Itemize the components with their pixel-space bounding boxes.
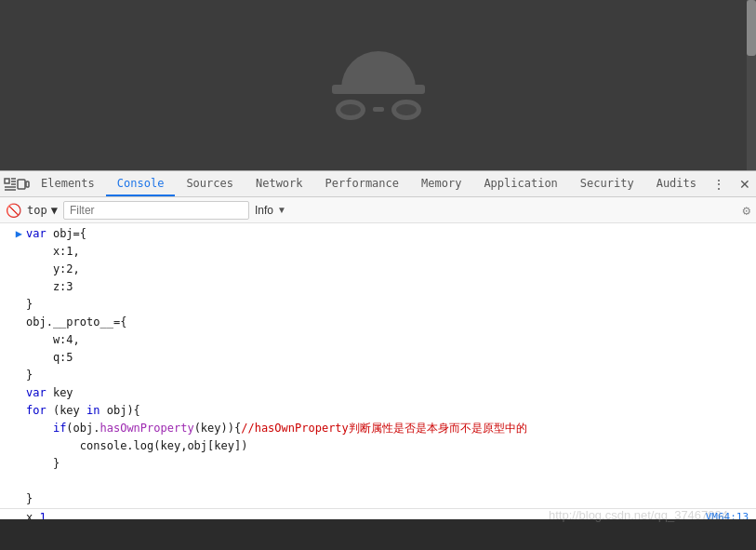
console-settings-icon[interactable]: ⚙ (743, 203, 750, 218)
console-line-14: } (0, 455, 756, 473)
console-line-6: obj.__proto__={ (0, 314, 756, 331)
console-line-15: } (0, 490, 756, 508)
line-content: x:1, (26, 244, 749, 259)
line-content: q:5 (26, 350, 749, 365)
console-line-1: ▶ var obj={ (0, 225, 756, 243)
devtools-toolbar: Elements Console Sources Network Perform… (0, 171, 756, 197)
log-level-dropdown[interactable]: Info ▼ (255, 204, 286, 217)
console-line-11: for (key in obj){ (0, 402, 756, 420)
tab-console[interactable]: Console (106, 171, 176, 196)
console-line-3: y:2, (0, 261, 756, 278)
console-line-9: } (0, 367, 756, 384)
tab-audits[interactable]: Audits (645, 171, 708, 196)
svg-rect-7 (26, 181, 29, 187)
devtools-panel: Elements Console Sources Network Perform… (0, 170, 756, 519)
line-prefix: ▶ (7, 226, 22, 241)
line-content: } (26, 368, 749, 382)
glass-right (391, 100, 421, 120)
more-tools-button[interactable]: ⋮ (708, 173, 730, 195)
console-line-5: } (0, 296, 756, 314)
line-content: for (key in obj){ (26, 403, 749, 418)
tab-network[interactable]: Network (245, 171, 314, 196)
tab-memory[interactable]: Memory (410, 171, 472, 196)
incognito-logo (336, 51, 421, 120)
context-label: top (27, 204, 47, 217)
tab-performance[interactable]: Performance (314, 171, 410, 196)
inspect-element-button[interactable] (4, 173, 17, 195)
devtools-tabs: Elements Console Sources Network Perform… (30, 171, 708, 196)
tab-elements[interactable]: Elements (30, 171, 106, 196)
line-content: y:2, (26, 262, 749, 276)
svg-rect-0 (5, 179, 9, 183)
line-content: z:3 (26, 279, 749, 294)
tab-application[interactable]: Application (472, 171, 568, 196)
line-content: x 1 (26, 510, 706, 519)
line-content: if(obj.hasOwnProperty(key)){//hasOwnProp… (26, 421, 749, 436)
close-devtools-button[interactable]: ✕ (734, 173, 756, 195)
console-filter-input[interactable] (63, 201, 249, 220)
console-output[interactable]: ▶ var obj={ x:1, y:2, z:3 } obj.__proto_… (0, 223, 756, 519)
console-line-8: q:5 (0, 349, 756, 367)
log-level-label: Info (255, 204, 273, 217)
line-content: } (26, 297, 749, 312)
glass-bridge (373, 107, 384, 112)
device-mode-button[interactable] (17, 173, 30, 195)
line-content: obj.__proto__={ (26, 315, 749, 329)
console-context-selector[interactable]: top ▼ (27, 204, 58, 217)
line-content: } (26, 456, 749, 471)
tab-security[interactable]: Security (569, 171, 645, 196)
console-line-13: console.log(key,obj[key]) (0, 437, 756, 455)
browser-page (0, 0, 756, 170)
console-output-x: x 1 VM64:13 (0, 508, 756, 519)
source-link-x[interactable]: VM64:13 (706, 510, 749, 519)
line-content: var key (26, 385, 749, 400)
line-content (26, 474, 749, 489)
console-line-12: if(obj.hasOwnProperty(key)){//hasOwnProp… (0, 420, 756, 437)
tab-sources[interactable]: Sources (175, 171, 245, 196)
scrollbar-thumb[interactable] (747, 0, 756, 56)
console-line-7: w:4, (0, 331, 756, 349)
incognito-glasses (336, 100, 421, 120)
page-scrollbar[interactable] (747, 0, 756, 170)
context-arrow: ▼ (51, 204, 58, 217)
line-content: var obj={ (26, 226, 749, 241)
dropdown-arrow-icon: ▼ (277, 205, 286, 215)
svg-rect-6 (18, 180, 25, 189)
incognito-hat (341, 51, 416, 88)
line-content: } (26, 491, 749, 506)
toolbar-right: ⋮ ✕ (708, 173, 756, 195)
console-line-4: z:3 (0, 278, 756, 296)
console-line-2: x:1, (0, 243, 756, 261)
clear-console-icon[interactable]: 🚫 (6, 203, 21, 218)
console-line-10: var key (0, 384, 756, 402)
console-line-blank (0, 473, 756, 490)
line-content: w:4, (26, 332, 749, 347)
glass-left (336, 100, 365, 120)
console-toolbar: 🚫 top ▼ Info ▼ ⚙ (0, 197, 756, 223)
line-content: console.log(key,obj[key]) (26, 438, 749, 453)
